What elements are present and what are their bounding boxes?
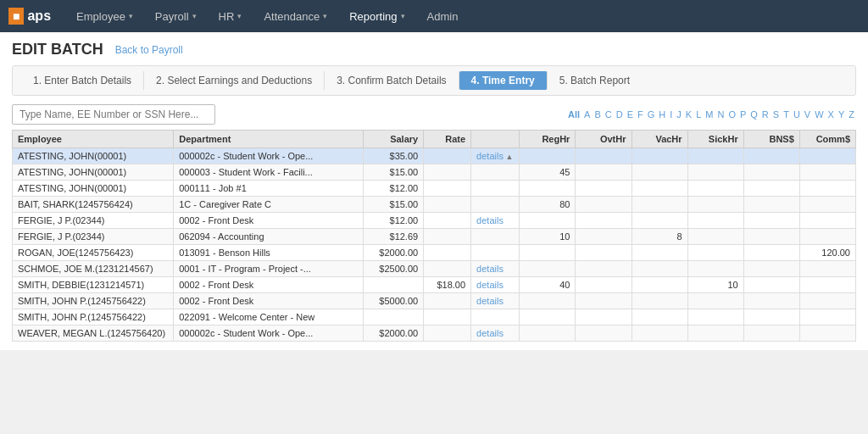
nav-item-attendance[interactable]: Attendance▾ <box>253 0 337 32</box>
cell-reg[interactable] <box>520 245 576 261</box>
alpha-N[interactable]: N <box>715 108 726 120</box>
nav-item-employee[interactable]: Employee▾ <box>66 0 143 32</box>
cell-reg[interactable]: 45 <box>520 164 576 181</box>
cell-sick[interactable] <box>687 245 743 261</box>
nav-item-hr[interactable]: HR▾ <box>209 0 253 32</box>
cell-bns[interactable] <box>743 293 799 309</box>
cell-reg[interactable]: 80 <box>520 197 576 213</box>
cell-ovt[interactable] <box>576 277 632 293</box>
alpha-B[interactable]: B <box>593 108 602 120</box>
alpha-Y[interactable]: Y <box>837 108 846 120</box>
cell-bns[interactable] <box>743 309 799 326</box>
cell-sick[interactable] <box>687 261 743 277</box>
cell-bns[interactable] <box>743 181 799 197</box>
alpha-Q[interactable]: Q <box>748 108 760 120</box>
cell-ovt[interactable] <box>576 213 632 229</box>
cell-comm[interactable] <box>799 293 855 309</box>
cell-comm[interactable] <box>799 181 855 197</box>
details-link[interactable]: details <box>476 328 504 338</box>
nav-item-admin[interactable]: Admin <box>417 0 469 32</box>
cell-sick[interactable] <box>687 148 743 164</box>
cell-vac[interactable] <box>632 164 687 181</box>
cell-sick[interactable] <box>687 326 743 342</box>
alpha-P[interactable]: P <box>738 108 748 120</box>
alpha-K[interactable]: K <box>684 108 693 120</box>
alpha-F[interactable]: F <box>636 108 645 120</box>
details-link[interactable]: details <box>476 215 504 225</box>
cell-bns[interactable] <box>743 213 799 229</box>
cell-ovt[interactable] <box>576 197 632 213</box>
cell-comm[interactable] <box>799 164 855 181</box>
cell-details[interactable]: details <box>471 326 520 342</box>
cell-vac[interactable] <box>632 326 687 342</box>
cell-comm[interactable] <box>799 261 855 277</box>
alpha-I[interactable]: I <box>668 108 674 120</box>
alpha-G[interactable]: G <box>646 108 657 120</box>
cell-ovt[interactable] <box>576 181 632 197</box>
alpha-T[interactable]: T <box>782 108 791 120</box>
step-5[interactable]: 5. Batch Report <box>548 71 642 90</box>
cell-sick[interactable] <box>687 213 743 229</box>
alpha-S[interactable]: S <box>771 108 781 120</box>
cell-sick[interactable] <box>687 229 743 245</box>
logo[interactable]: ■ aps <box>8 8 51 25</box>
cell-ovt[interactable] <box>576 245 632 261</box>
details-link[interactable]: details <box>476 264 504 274</box>
alpha-E[interactable]: E <box>626 108 635 120</box>
cell-ovt[interactable] <box>576 326 632 342</box>
alpha-all[interactable]: All <box>566 108 581 120</box>
alpha-U[interactable]: U <box>792 108 802 120</box>
cell-ovt[interactable] <box>576 229 632 245</box>
cell-reg[interactable] <box>520 213 576 229</box>
cell-vac[interactable] <box>632 197 687 213</box>
cell-reg[interactable] <box>520 148 576 164</box>
alpha-D[interactable]: D <box>615 108 625 120</box>
cell-ovt[interactable] <box>576 164 632 181</box>
cell-comm[interactable] <box>799 277 855 293</box>
alpha-Z[interactable]: Z <box>847 108 856 120</box>
cell-details[interactable]: details <box>471 261 520 277</box>
details-link[interactable]: details <box>476 151 504 161</box>
cell-details[interactable]: details ▲ <box>471 148 520 164</box>
alpha-L[interactable]: L <box>694 108 703 120</box>
details-link[interactable]: details <box>476 280 504 290</box>
step-2[interactable]: 2. Select Earnings and Deductions <box>144 71 325 90</box>
cell-bns[interactable] <box>743 197 799 213</box>
cell-sick[interactable] <box>687 181 743 197</box>
alpha-X[interactable]: X <box>826 108 836 120</box>
cell-sick[interactable] <box>687 309 743 326</box>
cell-bns[interactable] <box>743 245 799 261</box>
cell-comm[interactable] <box>799 229 855 245</box>
cell-reg[interactable] <box>520 181 576 197</box>
alpha-M[interactable]: M <box>704 108 715 120</box>
cell-reg[interactable]: 10 <box>520 229 576 245</box>
step-3[interactable]: 3. Confirm Batch Details <box>325 71 459 90</box>
cell-ovt[interactable] <box>576 148 632 164</box>
nav-item-reporting[interactable]: Reporting▾ <box>339 0 415 32</box>
cell-reg[interactable]: 40 <box>520 277 576 293</box>
cell-sick[interactable] <box>687 293 743 309</box>
search-input[interactable] <box>12 104 215 125</box>
alpha-W[interactable]: W <box>813 108 825 120</box>
cell-comm[interactable] <box>799 326 855 342</box>
cell-vac[interactable] <box>632 148 687 164</box>
cell-comm[interactable] <box>799 197 855 213</box>
cell-reg[interactable] <box>520 261 576 277</box>
cell-reg[interactable] <box>520 293 576 309</box>
cell-comm[interactable] <box>799 309 855 326</box>
cell-bns[interactable] <box>743 148 799 164</box>
cell-details[interactable]: details <box>471 213 520 229</box>
cell-comm[interactable] <box>799 213 855 229</box>
cell-details[interactable]: details <box>471 293 520 309</box>
cell-bns[interactable] <box>743 326 799 342</box>
back-to-payroll-link[interactable]: Back to Payroll <box>115 44 183 56</box>
cell-ovt[interactable] <box>576 309 632 326</box>
details-link[interactable]: details <box>476 296 504 306</box>
alpha-J[interactable]: J <box>675 108 683 120</box>
cell-vac[interactable] <box>632 293 687 309</box>
cell-sick[interactable] <box>687 197 743 213</box>
alpha-A[interactable]: A <box>582 108 592 120</box>
cell-vac[interactable] <box>632 309 687 326</box>
cell-vac[interactable] <box>632 181 687 197</box>
cell-bns[interactable] <box>743 229 799 245</box>
